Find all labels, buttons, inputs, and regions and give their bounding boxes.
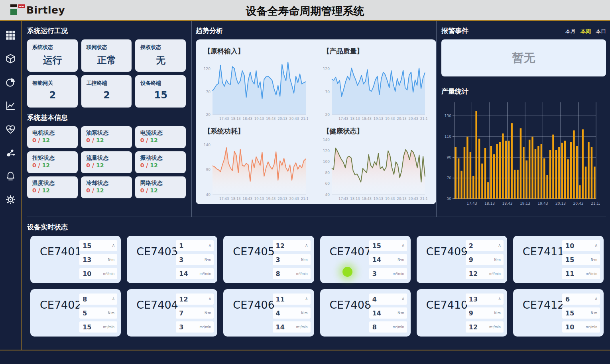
device-value-row: 12A <box>176 294 214 305</box>
molecule-network-icon[interactable] <box>5 147 16 158</box>
health-pulse-icon[interactable] <box>5 123 16 135</box>
device-card[interactable]: CE740512A3N·m8m³/min <box>223 236 314 283</box>
page-title: 设备全寿命周期管理系统 <box>0 4 610 18</box>
device-unit: A <box>402 297 404 301</box>
device-value: 9 <box>469 256 473 264</box>
device-value: 11 <box>565 270 574 278</box>
device-card[interactable]: CE741013A9N·m12m³/min <box>417 289 507 337</box>
info-card: 流量状态0 / 12 <box>81 151 132 173</box>
svg-text:18:13: 18:13 <box>231 117 241 121</box>
device-unit: N·m <box>591 258 597 262</box>
info-card-count: 0 / 12 <box>86 187 127 194</box>
device-card[interactable]: CE740715A14N·m3m³/min <box>320 236 411 283</box>
device-value: 10 <box>83 270 91 278</box>
section-trend-analysis: 趋势分析 【原料输入】 207012017:4318:1318:4319:131… <box>191 21 436 217</box>
trend-panel-title: 趋势分析 <box>196 26 436 35</box>
svg-text:100: 100 <box>323 160 329 164</box>
device-card[interactable]: CE74031A3N·m14m³/min <box>127 236 217 283</box>
device-value-row: 11A <box>273 294 311 305</box>
info-card-label: 扭矩状态 <box>32 155 73 162</box>
chart-health-state: 【健康状态】 40608010012014017:4318:1318:4319:… <box>321 123 431 203</box>
svg-text:18:43: 18:43 <box>362 197 372 201</box>
svg-text:20:13: 20:13 <box>397 197 407 201</box>
device-unit: A <box>112 244 114 248</box>
svg-text:21:13: 21:13 <box>301 197 308 201</box>
tab-本月[interactable]: 本月 <box>565 28 576 35</box>
ops-card: 系统状态运行 <box>27 39 78 72</box>
device-card[interactable]: CE740611A4N·m14m³/min <box>223 289 314 337</box>
device-card[interactable]: CE74092A9N·m12m³/min <box>417 236 507 283</box>
device-name: CE7408 <box>330 299 372 311</box>
info-card-label: 电流状态 <box>140 129 181 137</box>
ops-card-value: 正常 <box>87 54 127 67</box>
svg-text:20:13: 20:13 <box>555 202 566 205</box>
device-unit: A <box>498 244 500 248</box>
svg-text:18:43: 18:43 <box>362 117 372 121</box>
svg-text:70: 70 <box>447 176 452 180</box>
svg-text:20:13: 20:13 <box>397 117 407 121</box>
device-name: CE7410 <box>426 299 468 311</box>
chart-raw-input: 【原料输入】 207012017:4318:1318:4319:1319:432… <box>201 43 312 123</box>
info-total-count: 12 <box>42 137 50 143</box>
device-unit: A <box>112 297 114 301</box>
device-unit: m³/min <box>586 325 597 329</box>
svg-text:19:13: 19:13 <box>520 202 530 205</box>
svg-text:19:43: 19:43 <box>266 117 276 121</box>
svg-text:18:13: 18:13 <box>350 117 360 121</box>
line-chart-icon[interactable] <box>5 100 16 111</box>
device-unit: A <box>209 297 211 301</box>
device-card[interactable]: CE741110A15N·m11m³/min <box>513 236 604 283</box>
device-value: 5 <box>83 309 87 317</box>
info-card-count: 0 / 12 <box>32 137 73 143</box>
cube-3d-icon[interactable] <box>5 53 16 64</box>
svg-text:21:13: 21:13 <box>301 117 308 121</box>
svg-text:21:13: 21:13 <box>591 202 600 205</box>
tab-本日[interactable]: 本日 <box>596 28 606 35</box>
ops-card: 智能网关2 <box>27 75 78 108</box>
gear-icon[interactable] <box>5 194 16 205</box>
device-card[interactable]: CE740412A7N·m3m³/min <box>127 289 217 337</box>
bell-icon[interactable] <box>5 170 16 182</box>
chart-raw-input-plot: 207012017:4318:1318:4319:1319:4320:1320:… <box>201 57 312 123</box>
section-device-status: 设备实时状态 CE740115A13N·m10m³/minCE74031A3N·… <box>27 217 606 350</box>
svg-text:20:13: 20:13 <box>277 117 287 121</box>
device-name: CE7411 <box>523 245 565 258</box>
device-unit: N·m <box>397 258 404 262</box>
info-alarm-count: 0 / <box>32 137 42 143</box>
device-value: 7 <box>179 309 183 317</box>
device-card[interactable]: CE74028A5N·m15m³/min <box>30 289 121 337</box>
svg-text:19:43: 19:43 <box>385 197 395 201</box>
info-card-count: 0 / 12 <box>140 162 181 168</box>
device-value-row: 9N·m <box>466 307 504 319</box>
alarm-empty-text: 暂无 <box>512 50 535 66</box>
info-total-count: 12 <box>150 162 157 168</box>
svg-text:40: 40 <box>206 193 211 197</box>
pie-chart-icon[interactable] <box>5 76 16 88</box>
device-value: 14 <box>372 256 381 264</box>
device-value-row: 15N·m <box>562 254 600 265</box>
svg-text:18:43: 18:43 <box>243 117 253 121</box>
tab-本周[interactable]: 本周 <box>580 28 591 35</box>
device-card[interactable]: CE740115A13N·m10m³/min <box>30 236 121 283</box>
device-card[interactable]: CE74126A15N·m10m³/min <box>513 289 604 337</box>
apps-grid-icon[interactable] <box>5 29 16 41</box>
svg-text:18:13: 18:13 <box>484 202 495 205</box>
device-name: CE7409 <box>426 245 468 258</box>
device-value: 2 <box>469 242 473 250</box>
device-value: 6 <box>565 296 570 303</box>
device-unit: m³/min <box>393 272 404 276</box>
device-unit: A <box>402 244 404 248</box>
device-name: CE7407 <box>330 245 372 258</box>
device-value: 8 <box>83 296 87 303</box>
ops-card-value: 15 <box>140 90 181 101</box>
device-unit: A <box>305 297 307 301</box>
device-card[interactable]: CE74084A14N·m8m³/min <box>320 289 411 337</box>
device-value: 3 <box>179 256 183 264</box>
device-value-row: 4N·m <box>273 307 311 319</box>
chart-product-quality: 【产品质量】 207012017:4318:1318:4319:1319:432… <box>321 43 431 123</box>
svg-text:20: 20 <box>206 113 211 117</box>
info-alarm-count: 0 / <box>32 187 42 194</box>
alarm-empty-card: 暂无 <box>441 39 606 76</box>
section-alarm-production: 报警事件 本月本周本日 暂无 产量统计 17:4318:1318:4319:13… <box>436 21 606 217</box>
device-unit: N·m <box>494 311 501 315</box>
